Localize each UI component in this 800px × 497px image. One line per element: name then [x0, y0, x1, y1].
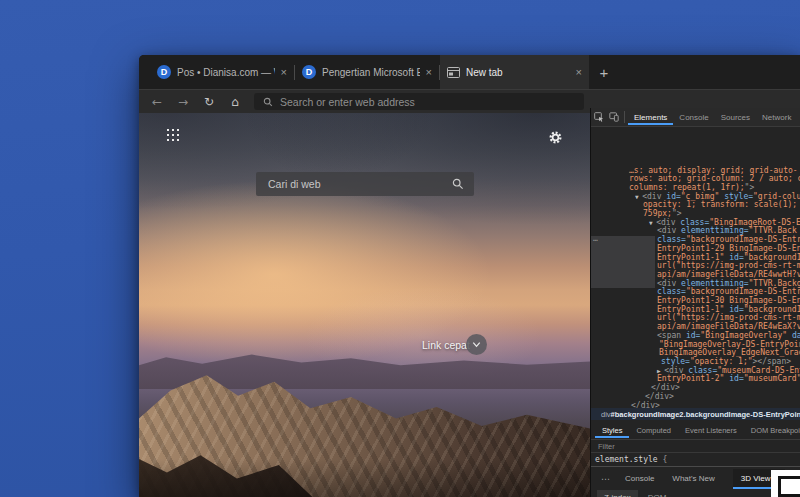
tab-new-tab[interactable]: New tab × [440, 55, 589, 89]
breadcrumb-tag: div [601, 410, 611, 419]
close-tab-icon[interactable]: × [281, 67, 287, 78]
apps-grid-icon[interactable] [167, 129, 179, 141]
styles-filter-input[interactable]: Filter [591, 440, 800, 453]
style-selector: element.style [595, 455, 658, 464]
devtools-tab-network[interactable]: Network [756, 109, 797, 125]
address-input[interactable]: Search or enter web address [254, 93, 584, 110]
dom-tree-line[interactable]: </div> [591, 393, 800, 402]
favicon-dianisa: D [157, 65, 171, 79]
browser-window: D Pos • Dianisa.com — WordPress × D Peng… [139, 55, 800, 497]
dom-tree-line[interactable]: </div> [591, 402, 800, 409]
styles-tab-bar: StylesComputedEvent ListenersDOM Breakpo… [591, 420, 800, 440]
dom-tree-line[interactable]: opacity: 1; transform: scale(1); tr [591, 201, 800, 210]
breadcrumb[interactable]: div#backgroundImage2.backgroundImage-DS-… [591, 408, 800, 420]
view3d-tab-dom[interactable]: DOM [644, 490, 671, 497]
quick-links-toggle[interactable] [466, 334, 487, 355]
view3d-canvas-preview[interactable] [771, 470, 800, 497]
close-tab-icon[interactable]: × [426, 67, 432, 78]
more-tools-icon[interactable]: ⋯ [596, 474, 615, 484]
tab-pengertian-edge[interactable]: D Pengertian Microsoft Edge Adal × [295, 55, 439, 89]
styles-tab-styles[interactable]: Styles [595, 421, 629, 438]
drawer-tab-console[interactable]: Console [617, 474, 662, 483]
search-icon [263, 97, 273, 107]
photo-vignette [139, 459, 590, 497]
tab-dianisa[interactable]: D Pos • Dianisa.com — WordPress × [150, 55, 294, 89]
view3d-tab-bar: Z-index DOM [591, 490, 800, 497]
settings-gear-icon[interactable] [548, 130, 563, 145]
styles-tab-computed[interactable]: Computed [629, 421, 678, 438]
devtools-tab-console[interactable]: Console [673, 109, 714, 125]
web-search-input[interactable]: Cari di web [256, 172, 474, 196]
dom-tree-line[interactable]: </div> [591, 384, 800, 393]
home-icon[interactable]: ⌂ [223, 95, 247, 109]
devtools-tab-sources[interactable]: Sources [715, 109, 756, 125]
tab-title: Pos • Dianisa.com — WordPress [177, 67, 275, 78]
newtab-page-icon [447, 67, 460, 78]
drawer-tab-what-s-new[interactable]: What's New [664, 474, 722, 483]
web-search-placeholder: Cari di web [268, 178, 452, 190]
close-tab-icon[interactable]: × [576, 67, 582, 78]
devtools-tab-bar: ElementsConsoleSourcesNetworkPerformance [591, 108, 800, 127]
tab-strip: D Pos • Dianisa.com — WordPress × D Peng… [139, 55, 800, 89]
style-brace: { [658, 455, 668, 464]
element-style-rule[interactable]: element.style { [591, 455, 800, 464]
dom-tree-line[interactable]: EntryPoint1-2" id="museumCard" [591, 375, 800, 384]
forward-icon[interactable]: → [171, 95, 195, 109]
devtools-drawer-bar: ⋯ ConsoleWhat's New 3D View × [591, 466, 800, 490]
styles-tab-dom-breakpoints[interactable]: DOM Breakpoints [744, 421, 800, 438]
refresh-icon[interactable]: ↻ [197, 95, 221, 109]
styles-tab-event-listeners[interactable]: Event Listeners [678, 421, 744, 438]
breadcrumb-classes: .backgroundImage-DS-EntryPoint1-1.ba [684, 410, 800, 419]
desktop: { "browser": { "tabs": [ {"title": "Pos … [0, 0, 800, 497]
devtools-tab-elements[interactable]: Elements [628, 109, 673, 125]
breadcrumb-id: #backgroundImage2 [611, 410, 684, 419]
address-placeholder: Search or enter web address [280, 96, 415, 108]
view3d-tab-zindex[interactable]: Z-index [597, 490, 638, 497]
chevron-down-icon [471, 339, 482, 350]
view3d-element-box [778, 476, 800, 497]
tab-title: Pengertian Microsoft Edge Adal [322, 67, 420, 78]
search-icon [452, 178, 464, 190]
drawer-tab-label: 3D View [741, 474, 771, 483]
devtools-panel: ElementsConsoleSourcesNetworkPerformance… [590, 108, 800, 497]
back-icon[interactable]: ← [145, 95, 169, 109]
device-toolbar-icon[interactable] [606, 112, 621, 122]
elements-tree[interactable]: … …s: auto; display: grid; grid-auto-row… [591, 127, 800, 408]
quick-links-label: Link cepat [422, 339, 470, 351]
toolbar-divider [624, 111, 625, 123]
tab-title: New tab [466, 67, 570, 78]
filter-placeholder: Filter [598, 442, 615, 451]
newtab-background-photo: Cari di web Link cepat [139, 113, 590, 497]
inspect-element-icon[interactable] [591, 112, 606, 122]
new-tab-button[interactable]: + [589, 55, 619, 89]
gutter-ellipsis: … [593, 235, 598, 244]
favicon-dianisa: D [302, 65, 316, 79]
